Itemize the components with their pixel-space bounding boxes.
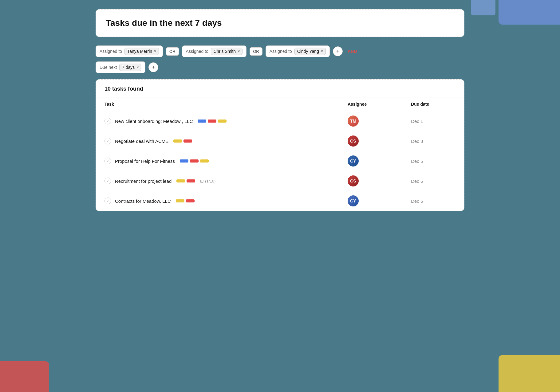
or-connector-1: OR: [166, 47, 179, 56]
results-summary: 10 tasks found: [105, 86, 455, 92]
and-connector: AND: [348, 49, 357, 54]
table-row[interactable]: ✓ Negotiate deal with ACME CS Dec 3: [96, 131, 464, 151]
filter-group-assigned-tanya[interactable]: Assigned to Tanya Merrin ×: [96, 45, 163, 57]
task-cell-3: ✓ Proposal for Help For Fitness: [96, 151, 339, 171]
page-title: Tasks due in the next 7 days: [106, 18, 454, 28]
task-tag-yellow: [200, 159, 209, 163]
due-date-value: Dec 3: [411, 139, 423, 144]
task-check-icon[interactable]: ✓: [105, 138, 111, 144]
assignee-cell-2: CS: [339, 131, 402, 151]
task-tag-red: [183, 139, 192, 143]
due-date-value: Dec 6: [411, 198, 423, 204]
corner-decoration-top-right-small: [471, 0, 495, 15]
task-cell-2: ✓ Negotiate deal with ACME: [96, 131, 339, 151]
filter-tag-tanya-close[interactable]: ×: [154, 49, 156, 53]
assignee-cell-3: CY: [339, 151, 402, 171]
subtask-icon: ⊞: [200, 178, 204, 183]
filter-label-1: Assigned to: [100, 49, 122, 54]
col-header-task: Task: [96, 97, 339, 111]
task-name: Proposal for Help For Fitness: [115, 159, 175, 164]
filter-tag-chris-value: Chris Smith: [214, 49, 236, 54]
col-header-due-date: Due date: [402, 97, 464, 111]
filter-tag-7days[interactable]: 7 days ×: [119, 64, 141, 71]
task-tag-yellow: [176, 199, 184, 202]
assignee-avatar: CY: [348, 195, 359, 206]
filter-tag-tanya-value: Tanya Merrin: [127, 49, 152, 54]
assignee-avatar: TM: [348, 116, 359, 127]
filter-tag-tanya[interactable]: Tanya Merrin ×: [124, 48, 159, 55]
task-name: Recruitment for project lead: [115, 178, 172, 184]
due-date-cell-5: Dec 6: [402, 191, 464, 211]
task-name: Contracts for Meadow, LLC: [115, 198, 171, 204]
filter-tag-7days-close[interactable]: ×: [136, 65, 139, 69]
due-date-cell-2: Dec 3: [402, 131, 464, 151]
assignee-avatar: CS: [348, 135, 359, 147]
task-tags: [176, 199, 195, 202]
task-tags: [198, 120, 227, 123]
filter-tag-chris[interactable]: Chris Smith ×: [211, 48, 243, 55]
add-filter-button-row2[interactable]: +: [148, 62, 158, 72]
due-date-value: Dec 5: [411, 159, 423, 164]
filter-label-due: Due next: [100, 65, 117, 70]
subtask-badge: ⊞ (1/10): [200, 178, 215, 183]
task-cell-5: ✓ Contracts for Meadow, LLC: [96, 191, 339, 211]
filter-label-3: Assigned to: [270, 49, 292, 54]
add-filter-button-row1[interactable]: +: [333, 46, 343, 56]
task-tag-yellow: [176, 179, 185, 182]
table-row[interactable]: ✓ Recruitment for project lead ⊞ (1/10) …: [96, 171, 464, 191]
filter-tag-chris-close[interactable]: ×: [238, 49, 240, 53]
table-row[interactable]: ✓ Proposal for Help For Fitness CY Dec 5: [96, 151, 464, 171]
filter-row-2: Due next 7 days × +: [96, 61, 464, 73]
filter-section: Assigned to Tanya Merrin × OR Assigned t…: [96, 45, 464, 73]
task-tag-red: [186, 199, 195, 202]
filter-tag-cindy-value: Cindy Yang: [297, 49, 319, 54]
or-connector-2: OR: [250, 47, 262, 56]
corner-decoration-bottom-left: [0, 361, 49, 392]
task-tags: [173, 139, 192, 143]
task-tag-yellow: [173, 139, 182, 143]
task-tag-red: [190, 159, 199, 163]
corner-decoration-top-right: [499, 0, 560, 25]
assignee-avatar: CY: [348, 155, 359, 167]
title-card: Tasks due in the next 7 days: [96, 9, 464, 37]
assignee-cell-5: CY: [339, 191, 402, 211]
task-tag-blue: [180, 159, 188, 163]
col-header-assignee: Assignee: [339, 97, 402, 111]
task-tag-red: [187, 179, 195, 182]
assignee-cell-1: TM: [339, 111, 402, 131]
subtask-count: (1/10): [205, 179, 215, 183]
due-date-cell-3: Dec 5: [402, 151, 464, 171]
filter-group-assigned-chris[interactable]: Assigned to Chris Smith ×: [182, 45, 247, 57]
corner-decoration-bottom-right: [499, 355, 560, 392]
assignee-avatar: CS: [348, 175, 359, 186]
filter-tag-cindy-close[interactable]: ×: [321, 49, 323, 53]
assignee-cell-4: CS: [339, 171, 402, 191]
table-header-row: Task Assignee Due date: [96, 97, 464, 111]
task-cell-4: ✓ Recruitment for project lead ⊞ (1/10): [96, 171, 339, 191]
filter-label-2: Assigned to: [186, 49, 208, 54]
due-date-value: Dec 1: [411, 119, 423, 124]
filter-tag-cindy[interactable]: Cindy Yang ×: [294, 48, 326, 55]
due-date-cell-4: Dec 6: [402, 171, 464, 191]
task-tag-yellow: [218, 120, 227, 123]
results-header: 10 tasks found: [96, 80, 464, 97]
filter-group-due-next[interactable]: Due next 7 days ×: [96, 61, 145, 73]
task-name: Negotiate deal with ACME: [115, 139, 168, 144]
task-name: New client onboarding: Meadow , LLC: [115, 119, 193, 124]
due-date-value: Dec 6: [411, 178, 423, 184]
task-check-icon[interactable]: ✓: [105, 118, 111, 124]
filter-tag-7days-value: 7 days: [122, 65, 135, 70]
filter-group-assigned-cindy[interactable]: Assigned to Cindy Yang ×: [266, 45, 330, 57]
results-card: 10 tasks found Task Assignee Due date ✓ …: [96, 79, 464, 211]
due-date-cell-1: Dec 1: [402, 111, 464, 131]
table-row[interactable]: ✓ Contracts for Meadow, LLC CY Dec 6: [96, 191, 464, 211]
task-check-icon[interactable]: ✓: [105, 178, 111, 184]
task-table: Task Assignee Due date ✓ New client onbo…: [96, 97, 464, 211]
table-row[interactable]: ✓ New client onboarding: Meadow , LLC TM…: [96, 111, 464, 131]
filter-row-1: Assigned to Tanya Merrin × OR Assigned t…: [96, 45, 464, 57]
task-tags: [176, 179, 195, 182]
task-tags: [180, 159, 209, 163]
task-check-icon[interactable]: ✓: [105, 158, 111, 164]
task-check-icon[interactable]: ✓: [105, 198, 111, 204]
task-tag-blue: [198, 120, 206, 123]
